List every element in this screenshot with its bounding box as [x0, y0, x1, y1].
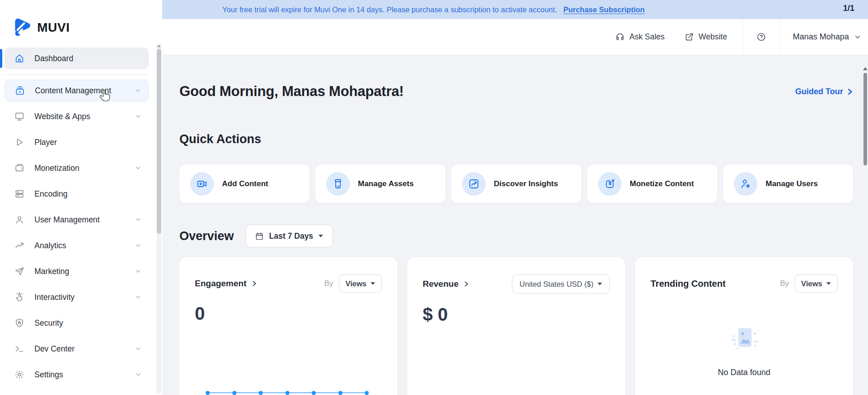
sidebar-item-label: Dev Center: [34, 344, 75, 354]
sidebar-item-settings[interactable]: Settings: [5, 364, 149, 385]
chevron-down-icon: [135, 268, 141, 275]
trial-message: Your free trial will expire for Muvi One…: [222, 5, 557, 14]
trending-title: Trending Content: [651, 279, 726, 289]
chevron-down-icon: [135, 87, 141, 94]
monitor-icon: [14, 111, 24, 121]
manage-users-button[interactable]: Manage Users: [723, 164, 853, 203]
sparkline-dot: [365, 391, 369, 395]
sidebar-scrollbar-thumb[interactable]: [157, 49, 161, 234]
sidebar-item-label: Marketing: [34, 267, 69, 276]
help-icon: [757, 32, 766, 42]
no-data-empty-state: No Data found: [651, 323, 838, 377]
server-stack-icon: [14, 189, 24, 199]
revenue-card: Revenue United States USD ($) $ 0: [407, 257, 625, 395]
sidebar-item-marketing[interactable]: Marketing: [5, 260, 149, 282]
header-divider: [743, 19, 743, 55]
headphones-icon: [615, 32, 625, 42]
calendar-icon: [255, 232, 264, 241]
page-scrollbar[interactable]: [863, 55, 868, 395]
scroll-up-arrow-icon[interactable]: [157, 45, 161, 47]
revenue-value: $ 0: [423, 304, 610, 325]
home-icon: [14, 53, 24, 63]
gear-icon: [14, 370, 24, 380]
sidebar-item-label: Content Management: [35, 86, 111, 96]
sidebar-item-label: Security: [34, 318, 63, 328]
right-pane: Your free trial will expire for Muvi One…: [162, 0, 868, 395]
website-label: Website: [699, 32, 727, 42]
trending-filter-dropdown[interactable]: Views: [795, 275, 838, 293]
chevron-right-icon[interactable]: [464, 281, 469, 287]
sidebar-item-security[interactable]: Security: [5, 312, 149, 334]
page-greeting: Good Morning, Manas Mohapatra!: [179, 83, 404, 100]
sidebar-item-label: Encoding: [34, 189, 68, 199]
sidebar-item-label: Monetization: [34, 164, 79, 173]
purchase-subscription-link[interactable]: Purchase Subscription: [563, 5, 645, 14]
quick-actions-title: Quick Actions: [179, 132, 853, 146]
sidebar-item-label: User Management: [34, 215, 100, 225]
guided-tour-link[interactable]: Guided Tour: [795, 87, 853, 96]
terminal-icon: [14, 344, 24, 354]
engagement-filter-dropdown[interactable]: Views: [339, 275, 382, 293]
overview-title: Overview: [179, 229, 234, 243]
sidebar: MUVI Dashboard Content Management: [0, 0, 162, 395]
no-data-text: No Data found: [718, 368, 770, 377]
sidebar-item-user-management[interactable]: User Management: [5, 209, 149, 231]
banner-counter: 1/1: [843, 4, 854, 13]
chevron-down-icon: [135, 165, 141, 171]
user-gear-icon: [740, 178, 751, 189]
engagement-sparkline: [206, 390, 369, 395]
scroll-up-arrow-icon[interactable]: [863, 67, 868, 70]
sidebar-item-dev-center[interactable]: Dev Center: [5, 338, 149, 360]
add-content-button[interactable]: Add Content: [179, 164, 309, 203]
sidebar-item-label: Website & Apps: [34, 112, 90, 121]
sidebar-item-interactivity[interactable]: Interactivity: [5, 286, 149, 308]
chevron-right-icon[interactable]: [252, 280, 257, 287]
sidebar-divider: [5, 74, 149, 75]
user-menu[interactable]: Manas Mohapa: [793, 32, 861, 42]
monetize-content-button[interactable]: Monetize Content: [587, 164, 717, 203]
no-data-image-icon: [726, 323, 762, 358]
sidebar-item-dashboard[interactable]: Dashboard: [5, 48, 149, 69]
caret-down-icon: [318, 235, 323, 237]
insights-chart-icon: [468, 178, 479, 189]
sidebar-item-website-apps[interactable]: Website & Apps: [5, 106, 149, 127]
trending-filter-value: Views: [801, 279, 822, 288]
page-scrollbar-thumb[interactable]: [863, 73, 867, 165]
ask-sales-button[interactable]: Ask Sales: [615, 32, 665, 42]
website-button[interactable]: Website: [685, 32, 727, 42]
caret-down-icon: [371, 282, 375, 285]
quick-action-label: Monetize Content: [630, 179, 694, 188]
tap-hand-icon: [14, 292, 24, 302]
chevron-down-icon: [135, 242, 141, 249]
external-link-icon: [685, 32, 694, 42]
chevron-down-icon: [135, 113, 141, 120]
discover-insights-button[interactable]: Discover Insights: [451, 164, 581, 203]
sidebar-item-player[interactable]: Player: [5, 131, 149, 153]
date-range-value: Last 7 Days: [269, 231, 313, 241]
by-label: By: [324, 279, 333, 288]
assets-icon: [333, 178, 343, 189]
sidebar-item-analytics[interactable]: Analytics: [5, 235, 149, 256]
chevron-down-icon: [135, 371, 141, 378]
help-button[interactable]: [757, 32, 766, 42]
sidebar-item-label: Dashboard: [34, 54, 73, 63]
wallet-icon: [14, 163, 24, 173]
sparkline-dot: [312, 391, 316, 395]
date-range-dropdown[interactable]: Last 7 Days: [246, 225, 333, 247]
chevron-down-icon: [135, 346, 141, 352]
caret-down-icon: [598, 283, 602, 285]
sparkline-dot: [338, 391, 342, 395]
sidebar-item-encoding[interactable]: Encoding: [5, 183, 149, 205]
brand-name: MUVI: [37, 20, 70, 35]
manage-assets-button[interactable]: Manage Assets: [315, 164, 445, 203]
sidebar-item-monetization[interactable]: Monetization: [5, 157, 149, 179]
sidebar-scrollbar[interactable]: [157, 43, 161, 393]
sidebar-item-content-management[interactable]: Content Management: [5, 80, 149, 101]
by-label: By: [780, 279, 789, 288]
trend-line-icon: [14, 241, 24, 250]
sidebar-item-label: Settings: [34, 370, 63, 380]
brand-logo[interactable]: MUVI: [0, 0, 162, 43]
currency-dropdown[interactable]: United States USD ($): [512, 275, 610, 294]
play-icon: [14, 137, 24, 147]
app-root: MUVI Dashboard Content Management: [0, 0, 868, 395]
